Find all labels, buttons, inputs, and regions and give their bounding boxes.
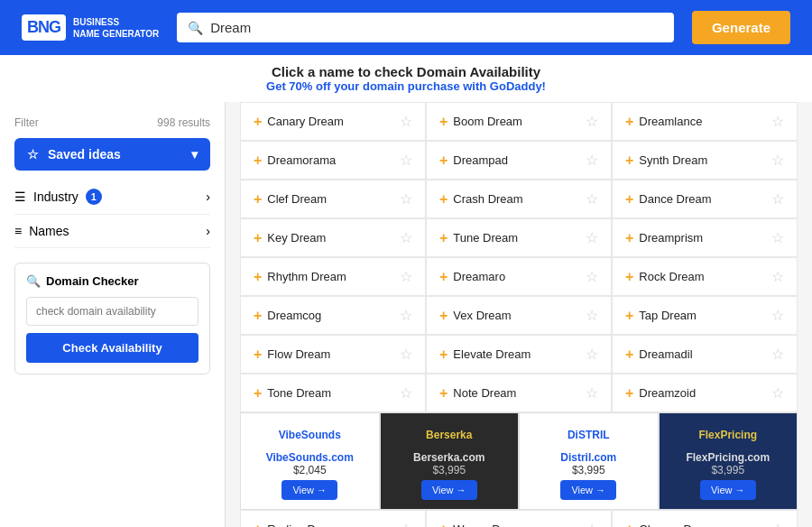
name-cell[interactable]: + Crash Dream ☆ <box>426 180 612 218</box>
name-left: + Dreamadil <box>625 347 693 363</box>
favorite-button[interactable]: ☆ <box>400 307 412 324</box>
name-cell[interactable]: + Radius Dream ☆ <box>240 510 426 527</box>
name-cell[interactable]: + Dance Dream ☆ <box>612 180 798 218</box>
ad-view-button[interactable]: View → <box>700 480 756 500</box>
check-availability-button[interactable]: Check Availability <box>26 333 198 363</box>
name-text: Tone Dream <box>267 386 331 400</box>
name-cell[interactable]: + Tune Dream ☆ <box>426 218 612 257</box>
name-cell[interactable]: + Elevate Dream ☆ <box>426 335 612 374</box>
favorite-button[interactable]: ☆ <box>586 384 598 402</box>
promo-sub-text: Get 70% off your domain purchase with Go… <box>9 79 803 93</box>
sidebar: Filter 998 results ☆ Saved ideas ▾ ☰ Ind… <box>0 102 226 527</box>
favorite-button[interactable]: ☆ <box>400 384 412 402</box>
favorite-button[interactable]: ☆ <box>771 229 784 246</box>
favorite-button[interactable]: ☆ <box>771 113 784 130</box>
ad-logo-text: FlexPricing <box>698 429 757 441</box>
favorite-button[interactable]: ☆ <box>400 229 412 246</box>
names-grid-2: + Radius Dream ☆ + Wavey Dream ☆ + Chang… <box>240 510 798 527</box>
favorite-button[interactable]: ☆ <box>586 307 598 324</box>
ad-banner: VibeSounds VibeSounds.com $2,045 View → … <box>240 412 798 510</box>
name-text: Rhythm Dream <box>267 270 346 283</box>
favorite-button[interactable]: ☆ <box>400 521 412 527</box>
promo-bar: Click a name to check Domain Availabilit… <box>0 55 812 102</box>
favorite-button[interactable]: ☆ <box>400 190 412 208</box>
name-cell[interactable]: + Dreampad ☆ <box>426 141 612 180</box>
filter-label: Filter <box>14 116 39 129</box>
favorite-button[interactable]: ☆ <box>400 268 412 285</box>
name-left: + Wavey Dream <box>439 522 527 528</box>
name-left: + Dreamcog <box>254 308 321 324</box>
plus-icon: + <box>439 269 448 285</box>
name-cell[interactable]: + Boom Dream ☆ <box>426 102 612 141</box>
saved-ideas-button[interactable]: ☆ Saved ideas ▾ <box>14 138 210 171</box>
favorite-button[interactable]: ☆ <box>586 346 598 363</box>
name-cell[interactable]: + Vex Dream ☆ <box>426 296 612 335</box>
plus-icon: + <box>254 191 262 208</box>
search-input[interactable] <box>210 20 663 35</box>
plus-icon: + <box>439 347 448 363</box>
favorite-button[interactable]: ☆ <box>586 521 598 527</box>
domain-input[interactable] <box>26 297 198 326</box>
plus-icon: + <box>254 269 262 285</box>
ad-logo-text: DiSTRIL <box>567 429 610 441</box>
name-text: Clef Dream <box>267 192 327 206</box>
name-left: + Dreamzoid <box>625 385 696 402</box>
favorite-button[interactable]: ☆ <box>771 384 784 402</box>
ad-brand: FlexPricing.com <box>670 451 787 464</box>
favorite-button[interactable]: ☆ <box>400 346 412 363</box>
name-cell[interactable]: + Rock Dream ☆ <box>612 257 798 296</box>
name-cell[interactable]: + Note Dream ☆ <box>426 374 612 412</box>
name-left: + Vex Dream <box>439 308 512 324</box>
logo-box: BNG <box>22 14 66 41</box>
name-text: Flow Dream <box>267 347 330 361</box>
name-text: Wavey Dream <box>453 522 527 527</box>
generate-button[interactable]: Generate <box>692 11 790 44</box>
favorite-button[interactable]: ☆ <box>586 190 598 208</box>
ad-view-button[interactable]: View → <box>421 480 477 500</box>
name-text: Key Dream <box>267 231 326 245</box>
name-left: + Tap Dream <box>625 308 697 324</box>
favorite-button[interactable]: ☆ <box>771 346 784 363</box>
name-text: Dance Dream <box>639 192 711 206</box>
favorite-button[interactable]: ☆ <box>400 113 412 130</box>
favorite-button[interactable]: ☆ <box>586 268 598 285</box>
name-cell[interactable]: + Synth Dream ☆ <box>612 141 798 180</box>
industry-filter[interactable]: ☰ Industry 1 › <box>14 180 210 215</box>
names-filter[interactable]: ≡ Names › <box>14 215 210 248</box>
favorite-button[interactable]: ☆ <box>586 113 598 130</box>
domain-checker-title: 🔍 Domain Checker <box>26 274 198 288</box>
plus-icon: + <box>254 347 262 363</box>
name-cell[interactable]: + Key Dream ☆ <box>240 218 426 257</box>
name-text: Dreamlance <box>639 115 702 128</box>
name-cell[interactable]: + Clef Dream ☆ <box>240 180 426 218</box>
name-cell[interactable]: + Rhythm Dream ☆ <box>240 257 426 296</box>
name-cell[interactable]: + Dreamcog ☆ <box>240 296 426 335</box>
favorite-button[interactable]: ☆ <box>771 268 784 285</box>
favorite-button[interactable]: ☆ <box>771 307 784 324</box>
names-grid-1: + Canary Dream ☆ + Boom Dream ☆ + Dreaml… <box>240 102 798 412</box>
name-cell[interactable]: + Dreamaro ☆ <box>426 257 612 296</box>
name-cell[interactable]: + Canary Dream ☆ <box>240 102 426 141</box>
name-cell[interactable]: + Wavey Dream ☆ <box>426 510 612 527</box>
name-cell[interactable]: + Dreamadil ☆ <box>612 335 798 374</box>
ad-view-button[interactable]: View → <box>560 480 616 500</box>
favorite-button[interactable]: ☆ <box>771 152 784 169</box>
name-cell[interactable]: + Change Dream ☆ <box>612 510 798 527</box>
favorite-button[interactable]: ☆ <box>771 190 784 208</box>
name-cell[interactable]: + Tap Dream ☆ <box>612 296 798 335</box>
ad-view-button[interactable]: View → <box>281 480 337 500</box>
name-left: + Dreamorama <box>254 153 336 169</box>
name-left: + Dance Dream <box>625 191 712 208</box>
favorite-button[interactable]: ☆ <box>586 152 598 169</box>
favorite-button[interactable]: ☆ <box>586 229 598 246</box>
name-cell[interactable]: + Flow Dream ☆ <box>240 335 426 374</box>
name-cell[interactable]: + Dreamprism ☆ <box>612 218 798 257</box>
name-text: Tap Dream <box>639 309 697 322</box>
name-cell[interactable]: + Dreamzoid ☆ <box>612 374 798 412</box>
name-cell[interactable]: + Dreamlance ☆ <box>612 102 798 141</box>
favorite-button[interactable]: ☆ <box>771 521 784 527</box>
name-cell[interactable]: + Tone Dream ☆ <box>240 374 426 412</box>
favorite-button[interactable]: ☆ <box>400 152 412 169</box>
name-cell[interactable]: + Dreamorama ☆ <box>240 141 426 180</box>
name-left: + Crash Dream <box>439 191 523 208</box>
